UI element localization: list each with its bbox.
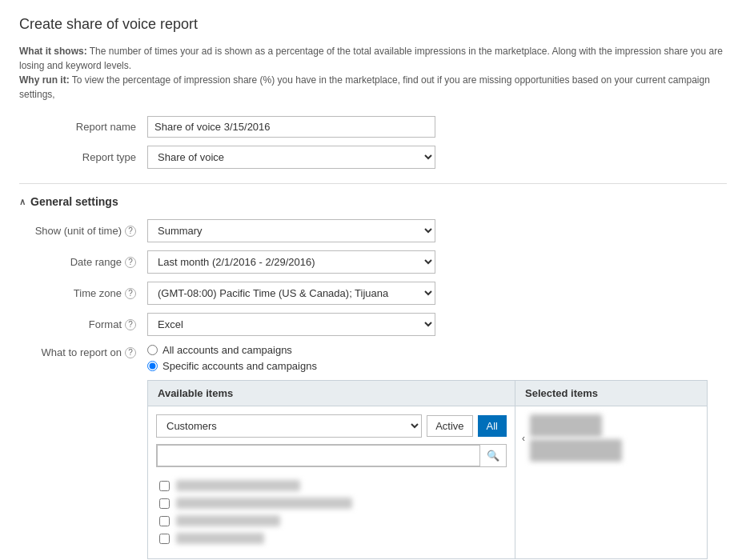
search-icon: 🔍 (480, 446, 506, 466)
show-select-wrap: Summary Daily Weekly Monthly (147, 219, 435, 242)
radio-all-accounts-input[interactable] (147, 345, 158, 355)
report-name-row: Report name (19, 116, 727, 138)
filter-row: Customers Active All (156, 414, 507, 438)
available-items-box: Available items Customers Active All 🔍 b… (147, 380, 515, 559)
report-name-input[interactable] (147, 116, 435, 138)
time-zone-row: Time zone ? (GMT-08:00) Pacific Time (US… (19, 282, 727, 305)
blurred-items-list: blurred item one here blurred item two w… (156, 474, 507, 550)
filter-all-button[interactable]: All (478, 415, 507, 437)
item-checkbox-1[interactable] (159, 481, 170, 491)
show-help-icon[interactable]: ? (125, 226, 136, 237)
format-help-icon[interactable]: ? (125, 319, 136, 330)
item-checkbox-4[interactable] (159, 534, 170, 544)
report-name-label: Report name (19, 121, 147, 133)
general-settings-header: ∧ General settings (19, 183, 727, 208)
available-items-content: Customers Active All 🔍 blurred item one … (148, 406, 515, 558)
page-title: Create share of voice report (19, 16, 727, 33)
what-to-report-label: What to report on ? (19, 344, 147, 358)
list-item: blurred item three (156, 512, 507, 530)
time-zone-select-wrap: (GMT-08:00) Pacific Time (US & Canada); … (147, 282, 435, 305)
show-label: Show (unit of time) ? (19, 225, 147, 237)
search-input[interactable] (157, 445, 480, 466)
time-zone-label: Time zone ? (19, 287, 147, 299)
show-select[interactable]: Summary Daily Weekly Monthly (147, 219, 435, 242)
time-zone-help-icon[interactable]: ? (125, 288, 136, 299)
filter-active-button[interactable]: Active (427, 415, 472, 437)
report-type-row: Report type Share of voice (19, 146, 727, 169)
date-range-label: Date range ? (19, 256, 147, 268)
customers-select[interactable]: Customers (156, 414, 422, 438)
remove-icon-1[interactable]: ‹ (522, 433, 525, 444)
item-checkbox-3[interactable] (159, 516, 170, 526)
list-item: blurred item one here (156, 477, 507, 494)
available-items-header: Available items (148, 381, 515, 406)
date-range-select[interactable]: Last month (2/1/2016 - 2/29/2016) (147, 250, 435, 274)
report-type-select[interactable]: Share of voice (147, 146, 435, 169)
selected-items-content: ‹ selected item line1 selected item line… (515, 406, 707, 474)
date-range-select-wrap: Last month (2/1/2016 - 2/29/2016) (147, 250, 435, 274)
item-checkbox-2[interactable] (159, 498, 170, 509)
report-name-input-wrap (147, 116, 435, 138)
what-to-report-row: What to report on ? All accounts and cam… (19, 344, 727, 372)
list-item: blurred item four (156, 530, 507, 547)
selected-items-header: Selected items (515, 381, 707, 406)
show-row: Show (unit of time) ? Summary Daily Week… (19, 219, 727, 242)
format-select[interactable]: Excel CSV (147, 313, 435, 336)
format-select-wrap: Excel CSV (147, 313, 435, 336)
what-to-report-help-icon[interactable]: ? (125, 347, 136, 358)
page-description: What it shows: The number of times your … (19, 44, 727, 102)
search-row: 🔍 (156, 444, 507, 467)
date-range-row: Date range ? Last month (2/1/2016 - 2/29… (19, 250, 727, 274)
radio-specific-accounts[interactable]: Specific accounts and campaigns (147, 360, 317, 372)
list-item: blurred item two with extra text (156, 494, 507, 512)
format-row: Format ? Excel CSV (19, 313, 727, 336)
report-type-select-wrap: Share of voice (147, 146, 435, 169)
radio-all-accounts[interactable]: All accounts and campaigns (147, 344, 317, 356)
items-panel: Available items Customers Active All 🔍 b… (147, 380, 727, 559)
selected-items-box: Selected items ‹ selected item line1 sel… (515, 380, 708, 559)
selected-item-1: ‹ selected item line1 selected item line… (522, 414, 700, 462)
chevron-up-icon: ∧ (19, 197, 26, 207)
format-label: Format ? (19, 318, 147, 330)
date-range-help-icon[interactable]: ? (125, 257, 136, 268)
radio-specific-accounts-input[interactable] (147, 361, 158, 371)
what-to-report-options: All accounts and campaigns Specific acco… (147, 344, 317, 372)
report-type-label: Report type (19, 151, 147, 163)
time-zone-select[interactable]: (GMT-08:00) Pacific Time (US & Canada); … (147, 282, 435, 305)
